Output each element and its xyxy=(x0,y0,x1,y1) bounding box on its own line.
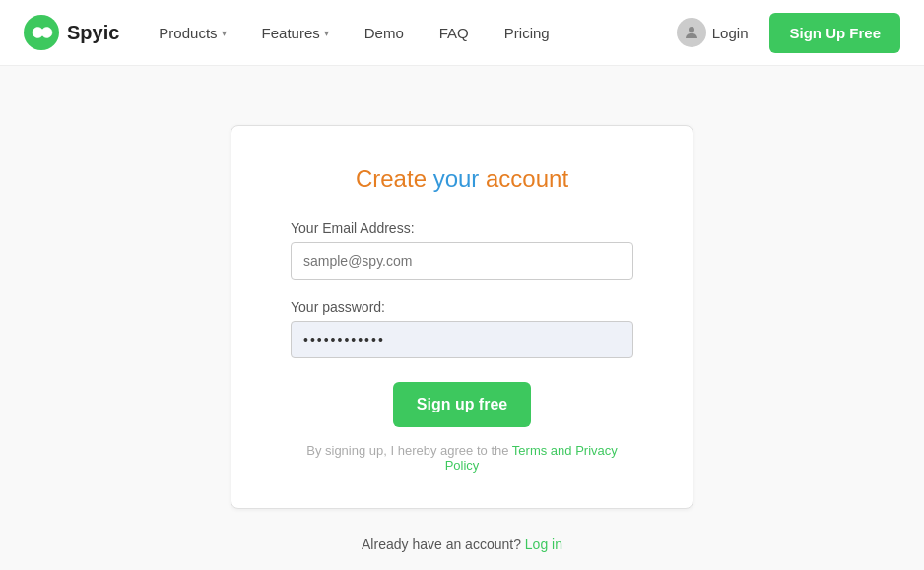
nav-item-features[interactable]: Features ▾ xyxy=(246,17,345,49)
existing-prefix: Already have an account? xyxy=(362,537,525,552)
card-title-part1: Create xyxy=(356,165,433,192)
terms-text: By signing up, I hereby agree to the Ter… xyxy=(291,443,633,473)
nav-right: Login Sign Up Free xyxy=(663,10,900,55)
nav-label-pricing: Pricing xyxy=(504,25,550,41)
chevron-down-icon: ▾ xyxy=(222,28,227,38)
email-group: Your Email Address: xyxy=(291,221,633,280)
nav-links: Products ▾ Features ▾ Demo FAQ Pricing xyxy=(143,17,662,49)
nav-signup-button[interactable]: Sign Up Free xyxy=(769,13,900,53)
chevron-down-icon: ▾ xyxy=(324,28,329,38)
password-input[interactable] xyxy=(291,321,633,358)
terms-prefix: By signing up, I hereby agree to the xyxy=(306,443,512,458)
user-icon xyxy=(677,18,706,47)
card-title-highlight: your xyxy=(433,165,480,192)
nav-label-faq: FAQ xyxy=(439,25,469,41)
password-group: Your password: xyxy=(291,299,633,358)
card-title-part3: account xyxy=(479,165,568,192)
navbar: Spyic Products ▾ Features ▾ Demo FAQ Pri… xyxy=(0,0,924,66)
nav-label-features: Features xyxy=(262,25,320,41)
email-label: Your Email Address: xyxy=(291,221,633,236)
existing-account-text: Already have an account? Log in xyxy=(362,537,562,552)
login-button[interactable]: Login xyxy=(663,10,762,55)
brand-name: Spyic xyxy=(67,22,119,44)
nav-label-demo: Demo xyxy=(364,25,404,41)
email-input[interactable] xyxy=(291,242,633,280)
nav-logo[interactable]: Spyic xyxy=(24,15,119,50)
card-title: Create your account xyxy=(291,165,633,193)
log-in-link[interactable]: Log in xyxy=(525,537,562,552)
main-content: Create your account Your Email Address: … xyxy=(0,66,924,570)
nav-item-pricing[interactable]: Pricing xyxy=(489,17,565,49)
nav-item-products[interactable]: Products ▾ xyxy=(143,17,241,49)
signup-card: Create your account Your Email Address: … xyxy=(231,125,693,509)
nav-item-demo[interactable]: Demo xyxy=(349,17,420,49)
svg-point-1 xyxy=(689,27,694,32)
spyic-logo-icon xyxy=(24,15,59,50)
nav-item-faq[interactable]: FAQ xyxy=(424,17,485,49)
nav-label-products: Products xyxy=(159,25,217,41)
submit-button[interactable]: Sign up free xyxy=(393,382,531,427)
password-label: Your password: xyxy=(291,299,633,315)
login-label: Login xyxy=(712,25,749,41)
